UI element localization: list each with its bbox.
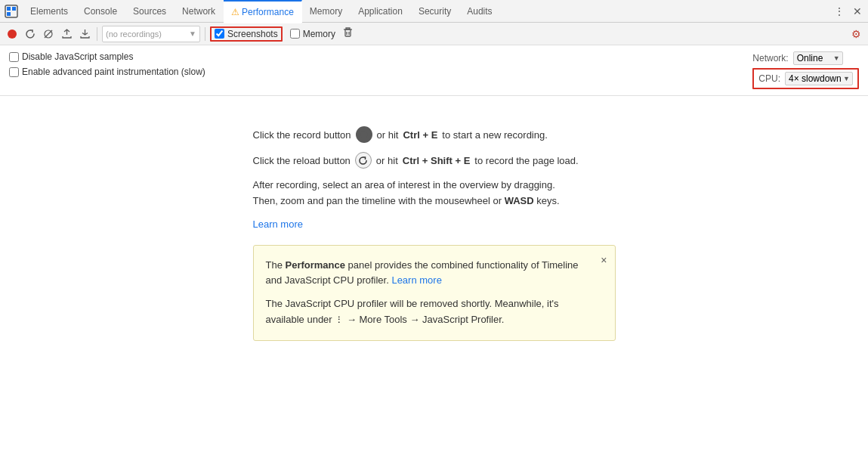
stop-recording-button[interactable] <box>41 26 56 42</box>
info-box-close-button[interactable]: × <box>601 252 607 268</box>
tab-audits[interactable]: Audits <box>459 0 500 23</box>
info-box: × The Performance panel provides the com… <box>253 245 616 341</box>
more-tools-icon: ⋮ <box>335 314 344 327</box>
settings-row: Disable JavaScript samples Enable advanc… <box>0 45 868 96</box>
svg-point-4 <box>8 29 17 39</box>
warn-icon: ⚠ <box>231 7 239 17</box>
cpu-select-wrapper: No throttling 2× slowdown 4× slowdown 6×… <box>785 72 853 85</box>
info-box-text1: The Performance panel provides the combi… <box>266 258 588 290</box>
network-select-wrapper: Online Fast 3G Slow 3G Offline ▼ <box>793 51 843 65</box>
memory-checkbox[interactable] <box>290 29 300 39</box>
settings-button[interactable]: ⚙ <box>848 26 863 42</box>
tab-sources[interactable]: Sources <box>125 0 175 23</box>
cpu-row: CPU: No throttling 2× slowdown 4× slowdo… <box>752 68 859 89</box>
record-button[interactable] <box>5 26 20 42</box>
tab-network[interactable]: Network <box>175 0 224 23</box>
settings-right: Network: Online Fast 3G Slow 3G Offline … <box>752 51 859 89</box>
disable-js-label[interactable]: Disable JavaScript samples <box>9 51 752 62</box>
info-box-learn-more[interactable]: Learn more <box>391 274 441 286</box>
close-devtools-button[interactable]: ✕ <box>850 4 865 19</box>
svg-rect-2 <box>12 7 16 11</box>
toolbar-separator-2 <box>205 27 205 41</box>
download-button[interactable] <box>77 26 92 42</box>
svg-point-10 <box>360 132 367 138</box>
enable-paint-checkbox[interactable] <box>9 67 19 77</box>
disable-js-checkbox[interactable] <box>9 52 19 62</box>
svg-rect-3 <box>7 12 11 16</box>
toolbar: (no recordings) ▼ Screenshots Memory ⚙ <box>0 23 868 45</box>
record-icon <box>356 126 372 143</box>
tab-elements[interactable]: Elements <box>23 0 76 23</box>
tab-memory[interactable]: Memory <box>302 0 351 23</box>
tab-security[interactable]: Security <box>411 0 459 23</box>
reload-record-button[interactable] <box>23 26 38 42</box>
screenshots-label[interactable]: Screenshots <box>215 29 278 39</box>
tab-console[interactable]: Console <box>76 0 125 23</box>
network-select[interactable]: Online Fast 3G Slow 3G Offline <box>793 51 843 65</box>
info-box-text2: The JavaScript CPU profiler will be remo… <box>266 296 588 328</box>
learn-more-link[interactable]: Learn more <box>253 218 616 230</box>
svg-rect-1 <box>7 7 11 11</box>
tab-bar-actions: ⋮ ✕ <box>832 4 865 19</box>
toolbar-separator-1 <box>97 27 97 41</box>
more-options-button[interactable]: ⋮ <box>832 4 847 19</box>
cpu-select[interactable]: No throttling 2× slowdown 4× slowdown 6×… <box>785 72 853 85</box>
record-instruction: Click the record button or hit Ctrl + E … <box>253 126 616 143</box>
svg-rect-7 <box>345 29 351 36</box>
tab-application[interactable]: Application <box>351 0 411 23</box>
devtools-logo <box>3 3 20 20</box>
screenshots-checkbox-wrapper: Screenshots <box>210 26 283 42</box>
screenshots-checkbox[interactable] <box>215 29 224 39</box>
tab-performance[interactable]: ⚠ Performance <box>224 0 302 23</box>
reload-icon <box>355 152 372 169</box>
settings-left: Disable JavaScript samples Enable advanc… <box>9 51 752 77</box>
network-row: Network: Online Fast 3G Slow 3G Offline … <box>752 51 842 65</box>
tab-bar: Elements Console Sources Network ⚠ Perfo… <box>0 0 868 23</box>
clear-button[interactable] <box>343 27 353 40</box>
reload-instruction: Click the reload button or hit Ctrl + Sh… <box>253 152 616 169</box>
info-text: After recording, select an area of inter… <box>253 178 616 209</box>
recordings-dropdown[interactable]: (no recordings) ▼ <box>102 26 200 42</box>
upload-button[interactable] <box>59 26 74 42</box>
enable-paint-label[interactable]: Enable advanced paint instrumentation (s… <box>9 67 752 77</box>
instructions-panel: Click the record button or hit Ctrl + E … <box>253 126 616 230</box>
memory-label[interactable]: Memory <box>290 29 335 39</box>
dropdown-arrow: ▼ <box>189 29 196 38</box>
main-content: Click the record button or hit Ctrl + E … <box>0 96 868 386</box>
